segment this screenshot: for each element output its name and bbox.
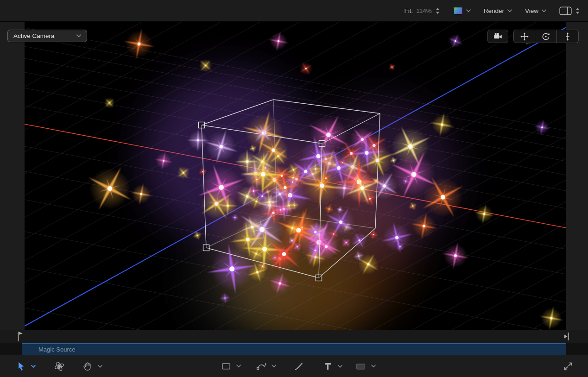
canvas-viewport[interactable] <box>25 22 566 330</box>
view-menu-label: View <box>525 7 538 14</box>
timeline-layer-label: Magic Source <box>38 346 75 353</box>
hand-icon <box>82 361 93 371</box>
layout-stepper-icon <box>575 7 580 15</box>
expand-view-button[interactable] <box>563 361 574 372</box>
chevron-down-icon <box>371 364 376 368</box>
orbit-camera-button[interactable] <box>535 30 557 43</box>
shape-rectangle-tool[interactable] <box>221 361 241 372</box>
orbit-3d-icon <box>54 361 65 372</box>
select-arrow-icon <box>16 361 26 371</box>
window-layout-control[interactable] <box>559 6 580 15</box>
selection-handle[interactable] <box>316 275 322 281</box>
selection-handle[interactable] <box>203 245 209 251</box>
motion-canvas-window: Fit: 114% Render View Ac <box>0 0 588 377</box>
end-marker-icon <box>563 331 570 342</box>
image-mask-tool[interactable] <box>355 361 376 372</box>
zoom-stepper-icon[interactable] <box>435 7 440 15</box>
clip-rectangle-icon <box>355 361 367 372</box>
layout-icon <box>559 6 572 15</box>
scene-3d <box>25 22 566 330</box>
play-range-out-marker[interactable] <box>563 331 570 344</box>
camera-controls <box>487 30 579 43</box>
canvas-stage: Active Camera <box>0 22 588 330</box>
render-menu-label: Render <box>484 7 504 14</box>
canvas-toolbar: Fit: 114% Render View <box>0 0 588 22</box>
text-tool[interactable] <box>322 361 342 371</box>
color-channel-thumbnail-icon <box>453 7 463 15</box>
select-tool[interactable] <box>16 361 36 371</box>
dolly-arrows-icon <box>563 31 573 42</box>
play-range-in-marker[interactable] <box>17 331 24 344</box>
zoom-fit-control[interactable]: Fit: 114% <box>404 7 440 15</box>
fit-label: Fit: <box>404 7 413 14</box>
zoom-level-value: 114% <box>416 7 432 14</box>
chevron-down-icon <box>272 364 276 368</box>
paint-stroke-icon <box>293 361 304 372</box>
video-camera-icon <box>493 31 503 42</box>
chevron-down-icon <box>76 34 81 38</box>
mini-timeline: Magic Source <box>0 343 588 355</box>
play-range-row <box>0 330 588 343</box>
bezier-pen-icon <box>256 361 267 372</box>
camera-tool-group <box>513 30 579 43</box>
pan-arrows-icon <box>519 31 530 42</box>
tool-bar <box>0 355 588 377</box>
orbit-rotate-icon <box>541 31 551 42</box>
camera-view-button[interactable] <box>487 30 508 43</box>
timeline-layer-bar[interactable]: Magic Source <box>22 343 566 355</box>
transform-3d-tool[interactable] <box>54 361 65 372</box>
view-menu[interactable]: View <box>525 7 546 14</box>
chevron-down-icon <box>236 364 241 368</box>
pan-camera-button[interactable] <box>513 30 535 43</box>
render-menu[interactable]: Render <box>484 7 512 14</box>
channels-popup[interactable] <box>453 7 471 15</box>
camera-select-popup[interactable]: Active Camera <box>7 30 87 42</box>
text-icon <box>322 361 333 371</box>
chevron-down-icon <box>98 364 102 368</box>
selection-handle[interactable] <box>319 141 325 147</box>
chevron-down-icon <box>31 364 36 368</box>
rectangle-icon <box>221 361 232 372</box>
dolly-camera-button[interactable] <box>557 30 579 43</box>
flag-marker-icon <box>17 331 24 342</box>
camera-select-label: Active Camera <box>13 32 55 39</box>
expand-arrows-icon <box>563 361 574 372</box>
selection-handle[interactable] <box>199 122 205 128</box>
hand-pan-tool[interactable] <box>82 361 102 371</box>
chevron-down-icon <box>542 9 546 13</box>
bezier-tool[interactable] <box>256 361 276 372</box>
chevron-down-icon <box>338 364 342 368</box>
paint-stroke-tool[interactable] <box>293 361 304 372</box>
chevron-down-icon <box>507 9 512 13</box>
chevron-down-icon <box>466 9 471 13</box>
